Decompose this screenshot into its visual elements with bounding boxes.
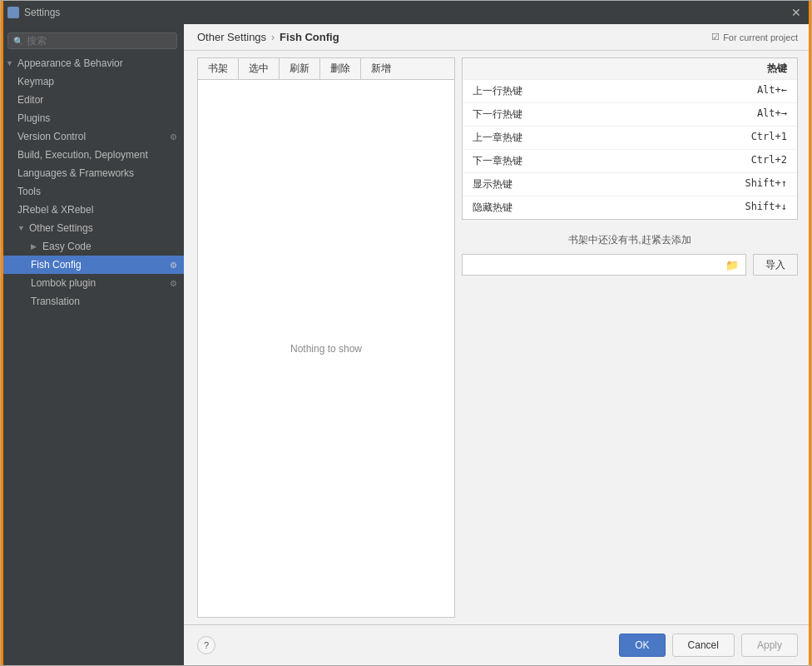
footer: ? OK Cancel Apply: [184, 624, 811, 665]
bookshelf-status-text: 书架中还没有书,赶紧去添加: [568, 234, 691, 246]
right-accent: [809, 1, 811, 665]
hotkey-name-3: 下一章热键: [473, 154, 522, 168]
folder-icon-button[interactable]: 📁: [722, 259, 742, 271]
sidebar-item-tools[interactable]: Tools: [1, 182, 184, 201]
refresh-button[interactable]: 刷新: [280, 58, 320, 79]
sidebar-item-build-execution[interactable]: Build, Execution, Deployment: [1, 146, 184, 164]
sidebar-item-languages-frameworks[interactable]: Languages & Frameworks: [1, 164, 184, 182]
hotkey-name-5: 隐藏热键: [473, 201, 512, 215]
gear-icon-2: ⚙: [170, 261, 177, 270]
sidebar-item-fish-config[interactable]: Fish Config ⚙: [1, 256, 184, 274]
chevron-down-icon: ▼: [6, 59, 14, 67]
add-button[interactable]: 新增: [361, 58, 401, 79]
sidebar-item-keymap[interactable]: Keymap: [1, 72, 184, 91]
left-accent: [1, 1, 3, 665]
hotkey-row-5: 隐藏热键 Shift+↓: [463, 196, 797, 219]
chevron-right-icon: ▶: [31, 242, 39, 251]
right-panel: 热键 上一行热键 Alt+← 下一行热键 Alt+→ 上一章: [462, 57, 798, 618]
import-row: 📁 导入: [462, 254, 798, 276]
sidebar-item-other-settings[interactable]: ▼ Other Settings: [1, 219, 184, 237]
bookshelf-button[interactable]: 书架: [198, 58, 239, 79]
apply-button[interactable]: Apply: [741, 634, 798, 657]
hotkeys-header-label: 热键: [767, 62, 787, 76]
import-path-input[interactable]: 📁: [462, 254, 746, 276]
main-panel: 书架 选中 刷新 删除 新增 Nothing to show: [184, 51, 811, 624]
search-icon: 🔍: [13, 37, 23, 46]
sidebar: 🔍 ▼ Appearance & Behavior Keymap Editor …: [1, 24, 184, 665]
search-input[interactable]: [27, 35, 171, 47]
hotkey-row-1: 下一行热键 Alt+→: [463, 103, 797, 127]
hotkey-row-3: 下一章热键 Ctrl+2: [463, 150, 797, 173]
hotkey-name-0: 上一行热键: [473, 84, 522, 98]
sidebar-item-translation[interactable]: Translation: [1, 292, 184, 311]
hotkeys-header: 热键: [463, 58, 797, 80]
project-badge: ☑ For current project: [711, 32, 798, 42]
hotkey-row-0: 上一行热键 Alt+←: [463, 80, 797, 103]
hotkey-name-2: 上一章热键: [473, 131, 522, 145]
sidebar-item-jrebel[interactable]: JRebel & XRebel: [1, 201, 184, 219]
app-icon: [7, 7, 19, 18]
project-badge-label: For current project: [723, 32, 798, 42]
sidebar-item-appearance[interactable]: ▼ Appearance & Behavior: [1, 54, 184, 72]
cancel-button[interactable]: Cancel: [672, 634, 735, 657]
hotkey-value-4: Shift+↑: [745, 177, 787, 191]
help-button[interactable]: ?: [197, 636, 215, 654]
close-button[interactable]: ✕: [788, 5, 805, 20]
hotkeys-table: 热键 上一行热键 Alt+← 下一行热键 Alt+→ 上一章: [462, 57, 798, 220]
sidebar-item-version-control[interactable]: Version Control ⚙: [1, 127, 184, 146]
gear-icon: ⚙: [170, 132, 177, 142]
hotkey-value-1: Alt+→: [757, 107, 787, 122]
breadcrumb: Other Settings › Fish Config ☑ For curre…: [184, 24, 811, 51]
hotkey-value-0: Alt+←: [757, 84, 787, 98]
sidebar-item-plugins[interactable]: Plugins: [1, 109, 184, 127]
title-bar: Settings ✕: [1, 1, 811, 24]
checkbox-icon: ☑: [711, 32, 720, 42]
breadcrumb-parent: Other Settings: [197, 31, 266, 43]
hotkey-row-2: 上一章热键 Ctrl+1: [463, 127, 797, 150]
search-box[interactable]: 🔍: [7, 32, 177, 49]
list-area: Nothing to show: [198, 80, 454, 617]
hotkey-value-3: Ctrl+2: [751, 154, 787, 168]
chevron-down-icon-2: ▼: [17, 224, 26, 232]
left-panel: 书架 选中 刷新 删除 新增 Nothing to show: [197, 57, 455, 618]
hotkey-name-1: 下一行热键: [473, 107, 522, 122]
hotkey-name-4: 显示热键: [473, 177, 512, 191]
delete-button[interactable]: 删除: [320, 58, 361, 79]
hotkey-row-4: 显示热键 Shift+↑: [463, 173, 797, 196]
window-title: Settings: [24, 7, 60, 18]
import-button[interactable]: 导入: [753, 254, 798, 276]
hotkey-value-5: Shift+↓: [745, 201, 787, 215]
sidebar-item-easy-code[interactable]: ▶ Easy Code: [1, 237, 184, 256]
main-content: Other Settings › Fish Config ☑ For curre…: [184, 24, 811, 665]
bookshelf-status: 书架中还没有书,赶紧去添加: [462, 233, 798, 247]
gear-icon-3: ⚙: [170, 279, 177, 288]
dialog-body: 🔍 ▼ Appearance & Behavior Keymap Editor …: [1, 24, 811, 665]
select-button[interactable]: 选中: [239, 58, 280, 79]
breadcrumb-separator: ›: [271, 32, 275, 43]
empty-text: Nothing to show: [290, 343, 362, 355]
hotkey-value-2: Ctrl+1: [751, 131, 787, 145]
sidebar-item-lombok-plugin[interactable]: Lombok plugin ⚙: [1, 274, 184, 292]
toolbar: 书架 选中 刷新 删除 新增: [198, 58, 454, 80]
sidebar-item-editor[interactable]: Editor: [1, 91, 184, 109]
settings-dialog: Settings ✕ 🔍 ▼ Appearance & Behavior Key…: [0, 0, 812, 666]
ok-button[interactable]: OK: [619, 634, 665, 657]
breadcrumb-current: Fish Config: [280, 31, 339, 43]
